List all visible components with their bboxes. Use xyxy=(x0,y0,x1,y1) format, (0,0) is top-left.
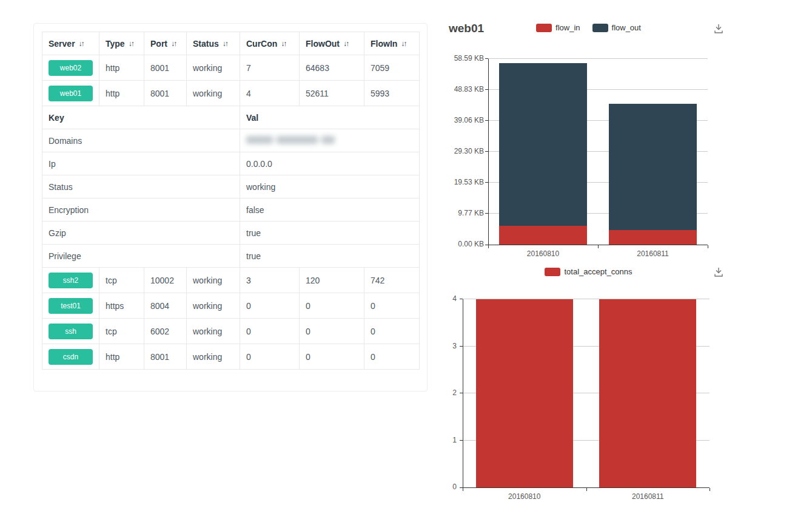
y-axis-label: 39.06 KB xyxy=(435,116,484,124)
chart1-download-button[interactable] xyxy=(713,23,726,35)
x-axis-tick xyxy=(598,245,599,248)
server-badge[interactable]: web01 xyxy=(49,86,93,101)
server-badge[interactable]: test01 xyxy=(49,298,93,314)
curcon-cell: 0 xyxy=(240,293,300,319)
sort-icon[interactable]: ↓↑ xyxy=(281,39,286,48)
flowout-cell: 52611 xyxy=(300,81,364,106)
legend-item-total-accept-conns[interactable]: total_accept_conns xyxy=(545,267,632,276)
column-header-flowout[interactable]: FlowOut↓↑ xyxy=(300,32,364,55)
server-cell: test01 xyxy=(42,293,99,319)
type-cell: tcp xyxy=(99,319,144,344)
flowout-cell: 0 xyxy=(300,319,364,344)
detail-value: true xyxy=(240,222,420,245)
table-row: ssh tcp 6002 working 0 0 0 xyxy=(42,319,420,344)
flowout-cell: 0 xyxy=(300,293,364,319)
chart1-legend: flow_in flow_out xyxy=(435,23,742,32)
y-axis-label: 1 xyxy=(440,436,457,444)
sort-icon[interactable]: ↓↑ xyxy=(223,39,227,48)
type-cell: tcp xyxy=(99,268,144,293)
flow-out-label: flow_out xyxy=(612,23,641,32)
status-cell: working xyxy=(187,268,240,293)
server-cell: ssh xyxy=(42,319,99,344)
y-axis-label: 4 xyxy=(440,294,457,303)
sort-icon[interactable]: ↓↑ xyxy=(401,39,406,48)
legend-item-flow-in[interactable]: flow_in xyxy=(536,23,580,32)
sort-icon[interactable]: ↓↑ xyxy=(343,39,348,48)
server-cell: csdn xyxy=(42,344,99,370)
flow_in-bar-segment[interactable] xyxy=(609,230,697,245)
legend-item-flow-out[interactable]: flow_out xyxy=(592,23,641,32)
server-badge[interactable]: ssh2 xyxy=(49,273,93,288)
flow_out-bar-segment[interactable] xyxy=(609,104,697,230)
val-header: Val xyxy=(240,106,420,129)
column-header-flowin[interactable]: FlowIn↓↑ xyxy=(364,32,420,55)
detail-row: Status working xyxy=(42,175,420,198)
bar-20160811[interactable] xyxy=(609,59,697,245)
x-axis-tick xyxy=(708,245,708,248)
flow_in-bar-segment[interactable] xyxy=(499,226,587,245)
sort-icon[interactable]: ↓↑ xyxy=(129,39,133,48)
port-cell: 8001 xyxy=(144,81,187,106)
chart2-download-button[interactable] xyxy=(713,266,726,279)
table-header-row: Server↓↑Type↓↑Port↓↑Status↓↑CurCon↓↑Flow… xyxy=(42,32,420,55)
server-badge[interactable]: web02 xyxy=(49,60,93,76)
bar-20160811[interactable] xyxy=(599,299,696,487)
flow_out-bar-segment[interactable] xyxy=(499,63,587,226)
table-row: ssh2 tcp 10002 working 3 120 742 xyxy=(42,268,420,293)
table-row: csdn http 8001 working 0 0 0 xyxy=(42,344,420,370)
table-row: web01 http 8001 working 4 52611 5993 xyxy=(42,81,420,106)
column-header-port[interactable]: Port↓↑ xyxy=(144,32,187,55)
download-icon xyxy=(713,266,725,278)
x-axis-tick xyxy=(586,488,587,491)
y-axis-label: 9.77 KB xyxy=(435,209,484,217)
column-header-status[interactable]: Status↓↑ xyxy=(187,32,240,55)
column-header-curcon[interactable]: CurCon↓↑ xyxy=(240,32,300,55)
x-axis-tick xyxy=(710,488,710,491)
server-badge[interactable]: csdn xyxy=(49,349,93,365)
detail-header-row: Key Val xyxy=(42,106,420,129)
table-row: test01 https 8004 working 0 0 0 xyxy=(42,293,420,319)
table-row: web02 http 8001 working 7 64683 7059 xyxy=(42,55,420,81)
flowin-cell: 7059 xyxy=(364,55,420,81)
curcon-cell: 0 xyxy=(240,319,300,344)
x-axis-tick xyxy=(463,488,463,491)
conns-chart-plot xyxy=(463,299,710,487)
flowin-cell: 0 xyxy=(364,293,420,319)
flowin-cell: 0 xyxy=(364,319,420,344)
detail-key: Status xyxy=(42,175,240,198)
column-header-server[interactable]: Server↓↑ xyxy=(42,32,99,55)
server-table-panel: Server↓↑Type↓↑Port↓↑Status↓↑CurCon↓↑Flow… xyxy=(33,23,428,392)
bar-20160810[interactable] xyxy=(499,59,587,245)
column-header-type[interactable]: Type↓↑ xyxy=(99,32,144,55)
y-axis-label: 29.30 KB xyxy=(435,147,484,155)
total-accept-conns-swatch xyxy=(545,268,560,276)
flowout-cell: 120 xyxy=(300,268,364,293)
y-axis-label: 48.83 KB xyxy=(435,85,484,93)
detail-row: Ip 0.0.0.0 xyxy=(42,152,420,175)
sort-icon[interactable]: ↓↑ xyxy=(79,39,84,48)
charts-column: web01 flow_in flow_out 0.00 KB9.77 KB19.… xyxy=(435,0,742,522)
server-badge[interactable]: ssh xyxy=(49,324,93,339)
server-table: Server↓↑Type↓↑Port↓↑Status↓↑CurCon↓↑Flow… xyxy=(42,32,420,370)
detail-key: Gzip xyxy=(42,222,240,245)
bar-20160810[interactable] xyxy=(476,299,573,487)
x-axis-tick xyxy=(488,245,489,248)
total-accept-conns-label: total_accept_conns xyxy=(564,267,632,276)
detail-key: Encryption xyxy=(42,198,240,222)
y-axis-line xyxy=(463,299,463,487)
curcon-cell: 3 xyxy=(240,268,300,293)
detail-row: Privilege true xyxy=(42,245,420,268)
detail-row: Gzip true xyxy=(42,222,420,245)
status-cell: working xyxy=(187,319,240,344)
detail-value xyxy=(240,129,420,152)
total_accept_conns-bar-segment[interactable] xyxy=(599,299,696,487)
chart2-legend: total_accept_conns xyxy=(435,267,742,276)
status-cell: working xyxy=(187,344,240,370)
type-cell: http xyxy=(99,81,144,106)
download-icon xyxy=(713,23,725,35)
sort-icon[interactable]: ↓↑ xyxy=(171,39,176,48)
port-cell: 8004 xyxy=(144,293,187,319)
total_accept_conns-bar-segment[interactable] xyxy=(476,299,573,487)
detail-value: working xyxy=(240,175,420,198)
detail-row: Encryption false xyxy=(42,198,420,222)
